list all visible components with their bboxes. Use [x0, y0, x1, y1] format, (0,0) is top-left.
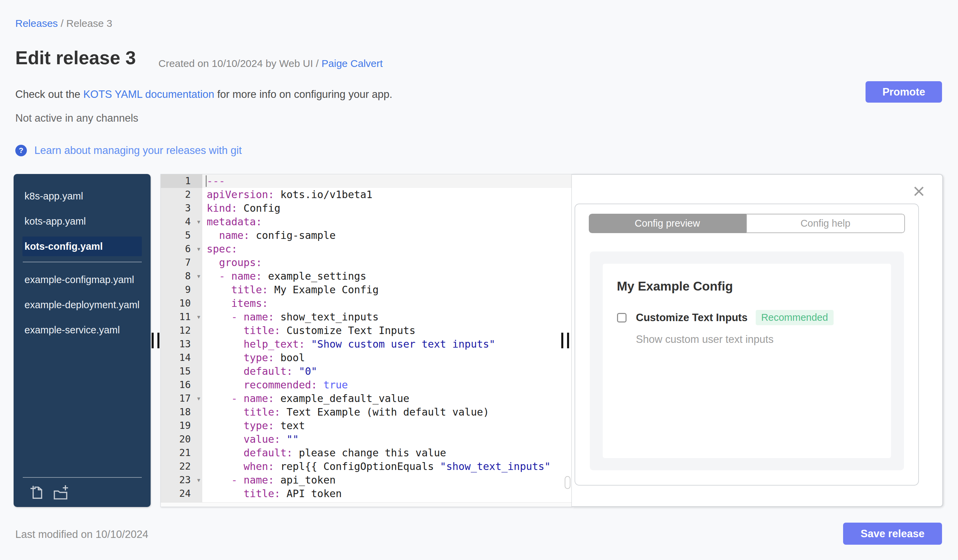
promote-button[interactable]: Promote [866, 81, 942, 103]
line-number: 6▼ [161, 242, 202, 256]
breadcrumb-releases-link[interactable]: Releases [15, 18, 58, 29]
recommended-badge: Recommended [756, 310, 834, 325]
config-preview-panel: Config previewConfig help My Example Con… [572, 174, 943, 507]
line-number: 8▼ [161, 269, 202, 283]
helm-file-list: example-configmap.yamlexample-deployment… [14, 270, 151, 340]
sidebar-actions-divider [23, 477, 142, 478]
add-folder-icon[interactable] [52, 484, 69, 500]
config-item-label: Customize Text Inputs [636, 312, 747, 324]
code-line: title: Text Example (with default value) [202, 405, 571, 419]
editor-gutter: 1234▼56▼78▼91011▼121314151617▼1819202122… [161, 174, 202, 502]
line-number: 2 [161, 188, 202, 201]
line-number: 21 [161, 446, 202, 460]
code-line: title: API token [202, 487, 571, 500]
breadcrumb-separator: / [58, 18, 66, 29]
line-number: 22 [161, 460, 202, 473]
line-number: 13 [161, 337, 202, 351]
git-releases-link[interactable]: Learn about managing your releases with … [34, 144, 242, 157]
code-line: - name: example_settings [202, 269, 571, 283]
code-viewport: 1234▼56▼78▼91011▼121314151617▼1819202122… [161, 174, 571, 502]
code-line: default: "0" [202, 365, 571, 378]
code-line: name: config-sample [202, 229, 571, 242]
tab-config-help[interactable]: Config help [746, 214, 905, 233]
fold-arrow-icon[interactable]: ▼ [197, 392, 200, 405]
close-icon[interactable] [913, 185, 925, 197]
kots-yaml-docs-link[interactable]: KOTS YAML documentation [83, 89, 214, 100]
code-line: kind: Config [202, 201, 571, 215]
code-line: groups: [202, 256, 571, 269]
tab-config-preview[interactable]: Config preview [589, 214, 746, 233]
line-number: 4▼ [161, 215, 202, 229]
line-number: 17▼ [161, 392, 202, 405]
save-release-button[interactable]: Save release [843, 523, 942, 545]
fold-arrow-icon[interactable]: ▼ [197, 215, 200, 229]
sidebar-file-kots-config-yaml[interactable]: kots-config.yaml [22, 237, 142, 256]
docs-text-before: Check out the [15, 89, 83, 100]
last-modified-text: Last modified on 10/10/2024 [15, 528, 148, 541]
text-cursor [206, 176, 207, 187]
code-line: apiVersion: kots.io/v1beta1 [202, 188, 571, 201]
code-line: type: text [202, 419, 571, 433]
code-line: help_text: "Show custom user text inputs… [202, 337, 571, 351]
code-line: - name: show_text_inputs [202, 310, 571, 324]
yaml-editor[interactable]: 1234▼56▼78▼91011▼121314151617▼1819202122… [160, 174, 572, 507]
created-info: Created on 10/10/2024 by Web UI / Paige … [159, 58, 383, 69]
config-group-title: My Example Config [617, 279, 881, 294]
fold-arrow-icon[interactable]: ▼ [197, 473, 200, 487]
sidebar-file-example-deployment-yaml[interactable]: example-deployment.yaml [22, 295, 142, 315]
add-file-icon[interactable] [29, 484, 45, 500]
fold-arrow-icon[interactable]: ▼ [197, 242, 200, 256]
line-number: 11▼ [161, 310, 202, 324]
line-number: 18 [161, 405, 202, 419]
code-line: recommended: true [202, 378, 571, 392]
code-line: metadata: [202, 215, 571, 229]
docs-text-after: for more info on configuring your app. [214, 89, 392, 100]
question-mark-icon: ? [15, 145, 27, 156]
config-item-help-text: Show custom user text inputs [617, 333, 881, 346]
sidebar-actions [14, 476, 151, 507]
line-number: 9 [161, 283, 202, 297]
line-number: 7 [161, 256, 202, 269]
code-line: spec: [202, 242, 571, 256]
code-line: title: My Example Config [202, 283, 571, 297]
sidebar-file-kots-app-yaml[interactable]: kots-app.yaml [22, 211, 142, 231]
created-text: Created on 10/10/2024 by Web UI / [159, 58, 322, 69]
editor-hscrollbar[interactable] [161, 502, 571, 507]
line-number: 24 [161, 487, 202, 500]
fold-arrow-icon[interactable]: ▼ [197, 269, 200, 283]
code-line: - name: example_default_value [202, 392, 571, 405]
line-number: 1 [161, 174, 202, 188]
editor-resize-handle[interactable] [560, 174, 570, 507]
resize-bar [157, 333, 159, 348]
line-number: 19 [161, 419, 202, 433]
line-number: 3 [161, 201, 202, 215]
resize-bar [567, 333, 569, 348]
customize-text-inputs-checkbox[interactable] [617, 313, 627, 323]
line-number: 10 [161, 297, 202, 310]
docs-line: Check out the KOTS YAML documentation fo… [15, 89, 392, 101]
edit-release-page: Releases / Release 3 Edit release 3 Crea… [0, 0, 958, 560]
editor-code[interactable]: ---apiVersion: kots.io/v1beta1kind: Conf… [202, 174, 571, 502]
code-line: - name: api_token [202, 473, 571, 487]
line-number: 15 [161, 365, 202, 378]
author-link[interactable]: Paige Calvert [322, 58, 383, 69]
sidebar-resize-handle[interactable] [151, 174, 160, 507]
sidebar-action-icons [14, 478, 151, 501]
fold-arrow-icon[interactable]: ▼ [197, 310, 200, 324]
config-preview-area: My Example Config Customize Text Inputs … [590, 252, 904, 470]
config-group-card: My Example Config Customize Text Inputs … [603, 264, 891, 458]
config-card: Config previewConfig help My Example Con… [574, 204, 919, 486]
sidebar-file-example-configmap-yaml[interactable]: example-configmap.yaml [22, 270, 142, 289]
git-help-line: ? Learn about managing your releases wit… [15, 144, 242, 157]
sidebar-file-example-service-yaml[interactable]: example-service.yaml [22, 320, 142, 340]
breadcrumb: Releases / Release 3 [15, 18, 112, 29]
resize-bar [561, 333, 563, 348]
file-sidebar: k8s-app.yamlkots-app.yamlkots-config.yam… [14, 174, 151, 507]
code-line: type: password [202, 500, 571, 502]
config-tabs: Config previewConfig help [589, 214, 905, 233]
line-number: 14 [161, 351, 202, 365]
resize-bar [152, 333, 154, 348]
kots-file-list: k8s-app.yamlkots-app.yamlkots-config.yam… [14, 186, 151, 256]
config-item-row: Customize Text Inputs Recommended [617, 310, 881, 325]
sidebar-file-k8s-app-yaml[interactable]: k8s-app.yaml [22, 186, 142, 206]
